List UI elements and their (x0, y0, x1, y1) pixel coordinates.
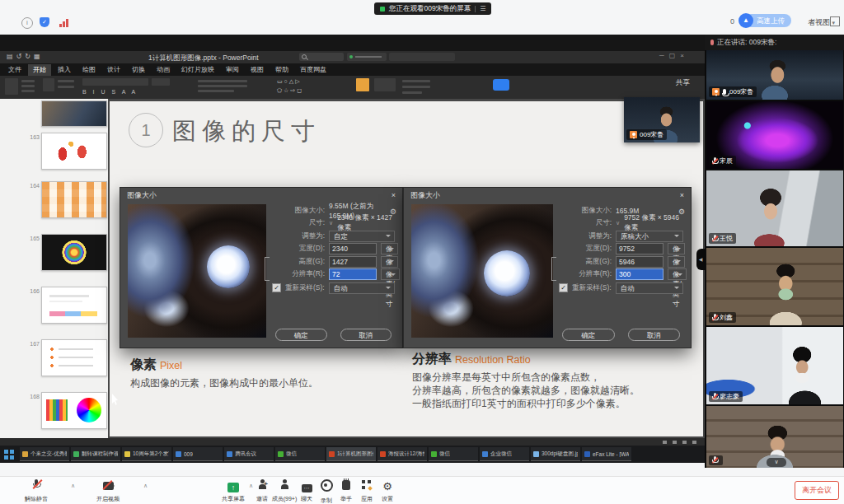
quick-styles-icon[interactable] (356, 78, 369, 91)
slide-thumbnail-list[interactable] (41, 339, 107, 376)
slide-thumbnail-mandala[interactable] (41, 234, 107, 271)
redo-icon[interactable]: ↻ (25, 53, 34, 60)
fit-to-select[interactable]: 自定 (329, 231, 395, 242)
resolution-unit-select[interactable]: 像素/英寸 (381, 268, 400, 280)
video-tile[interactable]: 廖志豪 (706, 327, 843, 404)
dialog-header[interactable]: 图像大小 × (404, 188, 691, 203)
taskbar-item[interactable]: 微信 (275, 447, 325, 461)
tab-help[interactable]: 帮助 (270, 64, 293, 76)
resample-checkbox[interactable]: ✓ (559, 283, 568, 292)
banner-menu-icon[interactable]: ☰ (480, 5, 485, 12)
taskbar-item[interactable]: 微信 (429, 447, 478, 461)
chevron-down-icon[interactable]: ∨ (616, 220, 620, 226)
resample-checkbox[interactable]: ✓ (272, 283, 281, 292)
font-style-buttons[interactable]: B I U S A A (82, 89, 138, 95)
slide-thumbnail-layout[interactable] (41, 287, 107, 324)
slide-thumbnail-pattern[interactable] (41, 181, 107, 218)
font-size-box[interactable] (152, 78, 170, 86)
tab-baidu-netdisk[interactable]: 百度网盘 (295, 64, 331, 76)
network-signal-icon[interactable] (59, 17, 69, 27)
video-tile[interactable]: 宋辰 (706, 101, 843, 169)
image-preview[interactable] (411, 204, 553, 338)
video-button[interactable]: 开启视频 (89, 478, 127, 503)
paragraph-lines-icon[interactable] (198, 90, 234, 92)
security-shield-icon[interactable]: ✓ (40, 17, 49, 27)
taskbar-item-active[interactable]: 1计算机图形图像.ppt (326, 447, 376, 461)
settings-button[interactable]: ⚙ 设置 (368, 478, 406, 503)
width-input[interactable]: 9752 (616, 243, 663, 254)
taskbar-item[interactable]: 翻转课程制作视频 (71, 447, 120, 461)
slide-thumbnail-partial[interactable] (41, 100, 107, 127)
paragraph-lines-icon[interactable] (198, 80, 247, 82)
tab-transitions[interactable]: 切换 (127, 64, 150, 76)
resample-select[interactable]: 自动 (616, 282, 683, 294)
tab-home[interactable]: 开始 (28, 64, 51, 76)
ok-button[interactable]: 确定 (275, 329, 327, 341)
grid-icon[interactable]: ▦ (34, 53, 44, 60)
chevron-down-icon[interactable]: ∨ (329, 220, 333, 226)
tab-animations[interactable]: 动画 (152, 64, 175, 76)
video-tile[interactable]: 刘鑫 (706, 248, 843, 325)
font-name-box[interactable] (82, 78, 148, 86)
baidu-netdisk-save-icon[interactable] (493, 79, 509, 91)
save-icon[interactable]: ▤ (7, 53, 16, 60)
fullscreen-icon[interactable] (830, 16, 840, 26)
tab-file[interactable]: 文件 (3, 64, 26, 76)
tab-insert[interactable]: 插入 (53, 64, 76, 76)
slide-thumbnail-monkeys[interactable] (41, 133, 107, 170)
upload-pill[interactable]: ▲ 高速上传 (738, 13, 791, 28)
resample-select[interactable]: 自动 (329, 282, 395, 294)
height-unit-select[interactable]: 像素 (668, 256, 685, 268)
slide-thumbnail-colorwheel[interactable] (41, 392, 107, 429)
height-input[interactable]: 5946 (616, 256, 663, 268)
close-icon[interactable]: × (392, 191, 396, 199)
width-unit-select[interactable]: 像素 (381, 243, 398, 254)
taskbar-item[interactable]: 10周年第2个发言稿务台 (122, 447, 171, 461)
taskbar-item[interactable]: 300dpi硬盘图.jpg 份.. (531, 447, 580, 461)
ppt-window-controls[interactable]: ─▢× (659, 52, 689, 59)
windows-taskbar[interactable]: 个来之交-优秀教师礼.. 翻转课程制作视频 10周年第2个发言稿务台 009 腾… (0, 446, 705, 463)
cancel-button[interactable]: 取消 (628, 329, 681, 341)
height-input[interactable]: 1427 (329, 256, 377, 268)
close-icon[interactable]: × (680, 52, 689, 59)
start-button[interactable] (3, 449, 15, 460)
maximize-icon[interactable]: ▢ (669, 52, 681, 59)
shapes-gallery-row1[interactable]: ▭○△▷ (277, 78, 302, 85)
ppt-account-chip[interactable] (347, 53, 387, 61)
ppt-quick-access-icons[interactable]: ▤↺↻▦ (7, 53, 44, 60)
undo-icon[interactable]: ↺ (16, 53, 26, 60)
close-icon[interactable]: × (680, 191, 684, 199)
tab-design[interactable]: 设计 (102, 64, 125, 76)
resolution-input[interactable]: 300 (616, 268, 663, 280)
width-unit-select[interactable]: 像素 (668, 243, 685, 254)
ppt-share-button[interactable]: 共享 (676, 78, 690, 88)
paragraph-lines-icon[interactable] (198, 85, 247, 87)
resolution-unit-select[interactable]: 像素/英寸 (668, 268, 687, 280)
ok-button[interactable]: 确定 (562, 329, 615, 341)
leave-meeting-button[interactable]: 离开会议 (795, 481, 839, 500)
sidebar-collapse-handle[interactable]: ◀ (696, 249, 705, 270)
video-options-caret[interactable]: ∧ (143, 483, 148, 489)
fit-to-select[interactable]: 原稿大小 (616, 231, 683, 242)
cancel-button[interactable]: 取消 (340, 329, 392, 341)
presenter-webcam-overlay[interactable]: 009宋鲁 (624, 97, 700, 142)
tab-review[interactable]: 审阅 (221, 64, 244, 76)
tab-view[interactable]: 视图 (246, 64, 269, 76)
scroll-more-chevron[interactable]: ∨ (767, 458, 786, 467)
watching-banner[interactable]: 您正在观看009宋鲁的屏幕 ☰ (374, 2, 491, 15)
tab-draw[interactable]: 绘图 (77, 64, 101, 76)
width-input[interactable]: 2340 (329, 243, 377, 254)
link-dimensions-icon[interactable] (551, 257, 556, 281)
taskbar-item[interactable]: 009 (173, 447, 223, 461)
mute-options-caret[interactable]: ∧ (71, 483, 75, 489)
arrange-icon[interactable] (374, 78, 396, 91)
paste-icon[interactable] (5, 78, 18, 95)
tab-slideshow[interactable]: 幻灯片放映 (176, 64, 219, 76)
link-dimensions-icon[interactable] (265, 257, 270, 281)
new-slide-icon[interactable] (43, 78, 54, 91)
image-preview[interactable] (128, 204, 266, 338)
height-unit-select[interactable]: 像素 (381, 256, 398, 268)
video-tile[interactable]: 王悦 (706, 170, 843, 246)
taskbar-item[interactable]: 海报设计12/海报预览.. (377, 447, 427, 461)
info-icon[interactable]: i (21, 17, 33, 29)
